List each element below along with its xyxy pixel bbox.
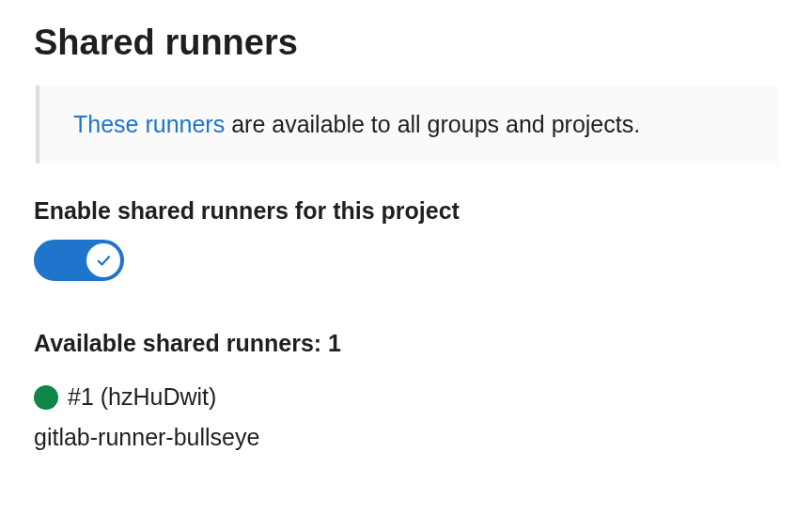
these-runners-link[interactable]: These runners	[73, 111, 225, 137]
check-icon	[95, 252, 112, 269]
runner-id: #1 (hzHuDwit)	[68, 383, 216, 411]
enable-shared-runners-label: Enable shared runners for this project	[34, 197, 778, 225]
available-prefix: Available shared runners:	[34, 330, 328, 356]
runner-name: gitlab-runner-bullseye	[34, 424, 778, 451]
available-runners-label: Available shared runners: 1	[34, 330, 778, 357]
available-count: 1	[328, 330, 341, 356]
page-title: Shared runners	[34, 23, 778, 63]
info-box-rest: are available to all groups and projects…	[225, 111, 640, 137]
info-box-text: These runners are available to all group…	[73, 108, 744, 141]
status-dot-icon	[34, 385, 58, 410]
runner-row: #1 (hzHuDwit)	[34, 383, 778, 411]
enable-shared-runners-toggle[interactable]	[34, 240, 124, 281]
info-box: These runners are available to all group…	[36, 86, 778, 164]
toggle-knob	[86, 243, 120, 277]
